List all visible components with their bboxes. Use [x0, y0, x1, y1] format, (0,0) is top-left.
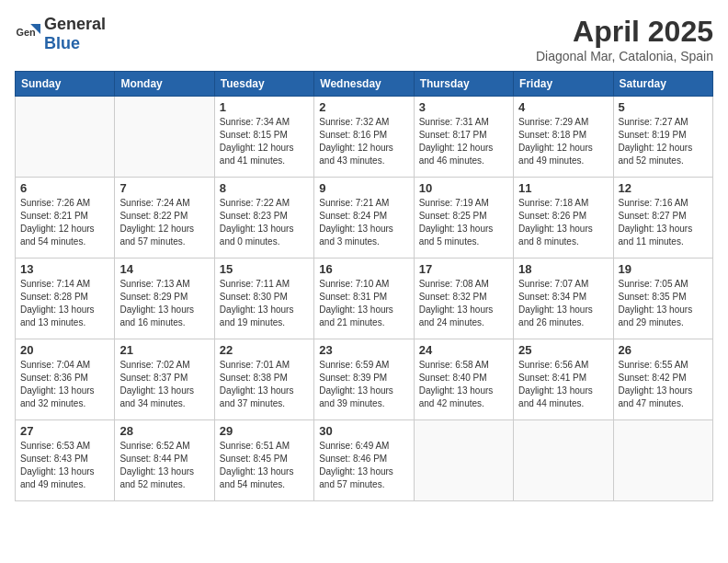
day-info: Sunrise: 7:24 AMSunset: 8:22 PMDaylight:… [119, 197, 209, 248]
day-number: 11 [518, 181, 608, 195]
day-number: 17 [419, 262, 508, 276]
header-thursday: Thursday [414, 72, 513, 97]
day-number: 26 [619, 343, 708, 357]
day-info: Sunrise: 7:10 AMSunset: 8:31 PMDaylight:… [319, 278, 408, 329]
calendar-cell: 19Sunrise: 7:05 AMSunset: 8:35 PMDayligh… [613, 259, 712, 339]
header-monday: Monday [115, 72, 214, 97]
calendar-cell: 3Sunrise: 7:31 AMSunset: 8:17 PMDaylight… [414, 97, 513, 178]
week-row-3: 13Sunrise: 7:14 AMSunset: 8:28 PMDayligh… [16, 259, 713, 339]
day-number: 18 [518, 262, 608, 276]
day-number: 28 [119, 424, 209, 438]
day-info: Sunrise: 7:29 AMSunset: 8:18 PMDaylight:… [518, 116, 608, 167]
day-info: Sunrise: 7:19 AMSunset: 8:25 PMDaylight:… [419, 197, 508, 248]
day-info: Sunrise: 6:59 AMSunset: 8:39 PMDaylight:… [319, 359, 408, 410]
calendar-cell: 10Sunrise: 7:19 AMSunset: 8:25 PMDayligh… [414, 178, 513, 259]
calendar-cell: 5Sunrise: 7:27 AMSunset: 8:19 PMDaylight… [613, 97, 712, 178]
day-number: 12 [619, 181, 708, 195]
day-number: 10 [419, 181, 508, 195]
calendar-cell: 23Sunrise: 6:59 AMSunset: 8:39 PMDayligh… [314, 339, 414, 420]
calendar-cell: 21Sunrise: 7:02 AMSunset: 8:37 PMDayligh… [115, 339, 214, 420]
day-number: 30 [319, 424, 408, 438]
calendar-cell: 6Sunrise: 7:26 AMSunset: 8:21 PMDaylight… [16, 178, 115, 259]
calendar-cell: 26Sunrise: 6:55 AMSunset: 8:42 PMDayligh… [613, 339, 712, 420]
day-number: 24 [419, 343, 508, 357]
calendar-cell: 13Sunrise: 7:14 AMSunset: 8:28 PMDayligh… [16, 259, 115, 339]
calendar-cell [115, 97, 214, 178]
day-info: Sunrise: 7:22 AMSunset: 8:23 PMDaylight:… [220, 197, 309, 248]
day-number: 27 [20, 424, 109, 438]
day-number: 23 [319, 343, 408, 357]
sub-title: Diagonal Mar, Catalonia, Spain [536, 49, 713, 63]
day-info: Sunrise: 7:02 AMSunset: 8:37 PMDaylight:… [119, 359, 209, 410]
day-info: Sunrise: 7:08 AMSunset: 8:32 PMDaylight:… [419, 278, 508, 329]
calendar-cell: 22Sunrise: 7:01 AMSunset: 8:38 PMDayligh… [214, 339, 313, 420]
week-row-5: 27Sunrise: 6:53 AMSunset: 8:43 PMDayligh… [16, 420, 713, 501]
svg-text:Gen: Gen [17, 27, 36, 38]
header-sunday: Sunday [16, 72, 115, 97]
day-info: Sunrise: 6:52 AMSunset: 8:44 PMDaylight:… [119, 440, 209, 491]
day-info: Sunrise: 7:31 AMSunset: 8:17 PMDaylight:… [419, 116, 508, 167]
day-number: 16 [319, 262, 408, 276]
header-saturday: Saturday [613, 72, 712, 97]
calendar-cell: 11Sunrise: 7:18 AMSunset: 8:26 PMDayligh… [514, 178, 613, 259]
calendar-cell: 20Sunrise: 7:04 AMSunset: 8:36 PMDayligh… [16, 339, 115, 420]
week-row-2: 6Sunrise: 7:26 AMSunset: 8:21 PMDaylight… [16, 178, 713, 259]
day-info: Sunrise: 6:49 AMSunset: 8:46 PMDaylight:… [319, 440, 408, 491]
calendar-cell: 8Sunrise: 7:22 AMSunset: 8:23 PMDaylight… [214, 178, 313, 259]
main-title: April 2025 [536, 15, 713, 49]
day-info: Sunrise: 7:04 AMSunset: 8:36 PMDaylight:… [20, 359, 109, 410]
logo-general: General [44, 15, 106, 33]
logo-icon: Gen [15, 21, 40, 47]
day-info: Sunrise: 7:07 AMSunset: 8:34 PMDaylight:… [518, 278, 608, 329]
day-info: Sunrise: 7:11 AMSunset: 8:30 PMDaylight:… [220, 278, 309, 329]
day-info: Sunrise: 7:26 AMSunset: 8:21 PMDaylight:… [20, 197, 109, 248]
title-block: April 2025 Diagonal Mar, Catalonia, Spai… [536, 15, 713, 63]
header-tuesday: Tuesday [214, 72, 313, 97]
calendar-cell: 7Sunrise: 7:24 AMSunset: 8:22 PMDaylight… [115, 178, 214, 259]
day-number: 25 [518, 343, 608, 357]
day-number: 6 [20, 181, 109, 195]
page-header: Gen General Blue April 2025 Diagonal Mar… [15, 15, 713, 63]
day-number: 13 [20, 262, 109, 276]
calendar-cell: 18Sunrise: 7:07 AMSunset: 8:34 PMDayligh… [514, 259, 613, 339]
week-row-1: 1Sunrise: 7:34 AMSunset: 8:15 PMDaylight… [16, 97, 713, 178]
day-number: 21 [119, 343, 209, 357]
day-info: Sunrise: 7:14 AMSunset: 8:28 PMDaylight:… [20, 278, 109, 329]
calendar-cell: 2Sunrise: 7:32 AMSunset: 8:16 PMDaylight… [314, 97, 414, 178]
calendar-cell: 30Sunrise: 6:49 AMSunset: 8:46 PMDayligh… [314, 420, 414, 501]
day-info: Sunrise: 6:53 AMSunset: 8:43 PMDaylight:… [20, 440, 109, 491]
header-friday: Friday [514, 72, 613, 97]
day-number: 22 [220, 343, 309, 357]
calendar-cell [16, 97, 115, 178]
calendar-cell: 15Sunrise: 7:11 AMSunset: 8:30 PMDayligh… [214, 259, 313, 339]
calendar-cell: 1Sunrise: 7:34 AMSunset: 8:15 PMDaylight… [214, 97, 313, 178]
day-number: 20 [20, 343, 109, 357]
day-number: 1 [220, 100, 309, 114]
week-row-4: 20Sunrise: 7:04 AMSunset: 8:36 PMDayligh… [16, 339, 713, 420]
calendar-table: SundayMondayTuesdayWednesdayThursdayFrid… [15, 71, 713, 501]
calendar-cell: 16Sunrise: 7:10 AMSunset: 8:31 PMDayligh… [314, 259, 414, 339]
calendar-cell [613, 420, 712, 501]
day-number: 9 [319, 181, 408, 195]
day-info: Sunrise: 7:16 AMSunset: 8:27 PMDaylight:… [619, 197, 708, 248]
calendar-cell: 9Sunrise: 7:21 AMSunset: 8:24 PMDaylight… [314, 178, 414, 259]
day-number: 14 [119, 262, 209, 276]
day-info: Sunrise: 6:58 AMSunset: 8:40 PMDaylight:… [419, 359, 508, 410]
calendar-cell [514, 420, 613, 501]
calendar-cell: 24Sunrise: 6:58 AMSunset: 8:40 PMDayligh… [414, 339, 513, 420]
day-number: 5 [619, 100, 708, 114]
day-number: 8 [220, 181, 309, 195]
day-number: 4 [518, 100, 608, 114]
day-number: 29 [220, 424, 309, 438]
calendar-cell: 4Sunrise: 7:29 AMSunset: 8:18 PMDaylight… [514, 97, 613, 178]
day-info: Sunrise: 6:51 AMSunset: 8:45 PMDaylight:… [220, 440, 309, 491]
day-info: Sunrise: 7:21 AMSunset: 8:24 PMDaylight:… [319, 197, 408, 248]
calendar-cell: 17Sunrise: 7:08 AMSunset: 8:32 PMDayligh… [414, 259, 513, 339]
day-number: 19 [619, 262, 708, 276]
calendar-cell: 28Sunrise: 6:52 AMSunset: 8:44 PMDayligh… [115, 420, 214, 501]
day-info: Sunrise: 7:13 AMSunset: 8:29 PMDaylight:… [119, 278, 209, 329]
day-info: Sunrise: 7:27 AMSunset: 8:19 PMDaylight:… [619, 116, 708, 167]
day-number: 2 [319, 100, 408, 114]
day-info: Sunrise: 7:32 AMSunset: 8:16 PMDaylight:… [319, 116, 408, 167]
day-info: Sunrise: 7:01 AMSunset: 8:38 PMDaylight:… [220, 359, 309, 410]
